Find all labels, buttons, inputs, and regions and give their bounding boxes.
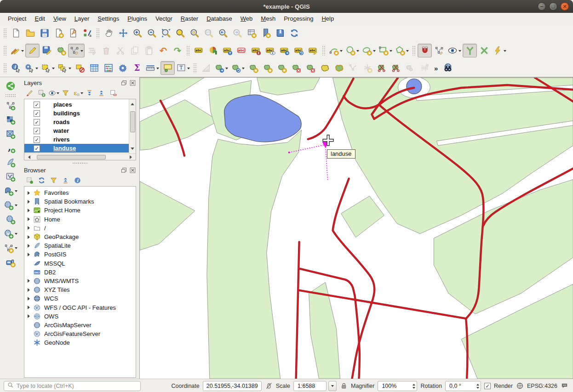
close-button[interactable]: ✕	[561, 2, 569, 11]
add-delimited-text-layer-button[interactable]: ,	[3, 141, 17, 155]
move-label-button[interactable]: abc	[277, 44, 292, 57]
open-attribute-table-button[interactable]	[87, 61, 101, 75]
add-wms-layer-button[interactable]	[2, 198, 19, 212]
browser-item-favorites[interactable]: Favorites	[24, 188, 136, 197]
crs-status[interactable]: EPSG:4326	[527, 383, 557, 389]
crs-globe-icon[interactable]	[516, 382, 524, 390]
filter-browser-button[interactable]	[48, 175, 59, 186]
close-panel-icon[interactable]	[129, 167, 136, 174]
rotate-label-button[interactable]: abc	[292, 44, 306, 57]
map-tips-button[interactable]	[160, 61, 175, 75]
digitize-circular-string-button[interactable]	[327, 44, 344, 57]
current-edits-button[interactable]	[9, 44, 25, 57]
manage-map-themes-button[interactable]	[48, 88, 59, 98]
snapping-options-button[interactable]	[432, 44, 446, 57]
layers-vertical-scrollbar[interactable]	[129, 99, 136, 153]
new-shapefile-layer-button[interactable]	[2, 241, 19, 255]
add-wcs-layer-button[interactable]	[3, 212, 17, 227]
digitize-circle-button[interactable]	[344, 44, 361, 57]
menu-edit[interactable]: Edit	[30, 13, 49, 24]
menu-database[interactable]: Database	[202, 13, 236, 24]
layer-visibility-checkbox[interactable]: ✓	[34, 119, 40, 125]
layer-visibility-checkbox[interactable]: ✓	[34, 145, 40, 152]
expand-arrow-icon[interactable]	[26, 244, 33, 248]
enable-snapping-button[interactable]	[418, 44, 432, 57]
browser-item-spatial-bookmarks[interactable]: Spatial Bookmarks	[24, 197, 136, 206]
zoom-out-button[interactable]	[144, 26, 159, 40]
browser-item-db2[interactable]: DB2DB2	[24, 268, 136, 277]
browser-properties-button[interactable]: i	[72, 175, 83, 186]
measure-line-button[interactable]	[144, 61, 160, 75]
fill-ring-button[interactable]	[317, 61, 332, 75]
browser-item-project-home[interactable]: Project Home	[24, 206, 136, 215]
processing-toolbox-button[interactable]	[115, 61, 130, 75]
show-hide-labels-button[interactable]: abc	[263, 44, 277, 57]
add-raster-layer-button[interactable]	[3, 113, 17, 127]
snap-on-intersection-button[interactable]	[477, 44, 491, 57]
zoom-to-layer-button[interactable]	[187, 26, 201, 40]
spin-arrows-icon[interactable]	[476, 382, 479, 390]
zoom-to-selection-button[interactable]	[173, 26, 187, 40]
toolbar-overflow-button[interactable]: »	[431, 64, 441, 72]
digitize-ellipse-button[interactable]	[361, 44, 377, 57]
expand-arrow-icon[interactable]	[26, 306, 33, 309]
browser-item-spatialite[interactable]: SpatiaLite	[24, 241, 136, 250]
layer-row-landuse[interactable]: ✓landuse	[24, 144, 129, 153]
add-wfs-layer-button[interactable]	[2, 227, 19, 241]
undo-button[interactable]: ↶	[156, 44, 170, 57]
show-statistics-button[interactable]: Σ	[130, 61, 144, 75]
metasearch-button[interactable]	[441, 61, 455, 75]
run-feature-action-button[interactable]	[23, 61, 40, 75]
browser-item-postgis[interactable]: PostGIS	[24, 250, 136, 259]
menu-help[interactable]: Help	[317, 13, 338, 24]
redo-button[interactable]: ↷	[170, 44, 184, 57]
expand-arrow-icon[interactable]	[26, 226, 33, 230]
map-canvas[interactable]: landuse	[139, 77, 573, 379]
rotation-spinbox[interactable]: 0,0 °	[445, 381, 481, 391]
refresh-map-button[interactable]	[287, 26, 301, 40]
add-postgis-layer-button[interactable]	[2, 184, 19, 198]
scale-dropdown-button[interactable]	[328, 381, 337, 391]
menu-view[interactable]: View	[49, 13, 70, 24]
pin-unpin-labels-button[interactable]: abc	[220, 44, 235, 57]
expand-arrow-icon[interactable]	[26, 191, 33, 195]
browser-item-arcgismapserver[interactable]: ArcGisMapServer	[24, 321, 136, 330]
browser-item-wfs-ogc-api-features[interactable]: WFS / OGC API - Features	[24, 303, 136, 312]
new-spatial-bookmark-button[interactable]	[258, 26, 273, 40]
magnifier-spinbox[interactable]: 100%	[378, 381, 417, 391]
browser-item-geopackage[interactable]: GeoPackage	[24, 233, 136, 241]
title-bar[interactable]: *example - QGIS − □ ✕	[0, 0, 573, 13]
expand-all-button[interactable]	[84, 88, 95, 98]
browser-item-mssql[interactable]: MSSQL	[24, 259, 136, 268]
filter-by-expression-button[interactable]: ε	[72, 88, 83, 98]
add-mesh-layer-button[interactable]	[3, 127, 17, 141]
delete-part-button[interactable]	[303, 61, 317, 75]
add-group-button[interactable]	[36, 88, 47, 98]
layer-row-rivers[interactable]: ✓rivers	[24, 135, 129, 144]
menu-vector[interactable]: Vector	[151, 13, 177, 24]
expand-arrow-icon[interactable]	[26, 209, 33, 212]
browser-item-geonode[interactable]: GeoNode	[24, 338, 136, 347]
expand-arrow-icon[interactable]	[26, 217, 33, 221]
dock-splitter[interactable]	[21, 161, 139, 165]
locate-search-input[interactable]: Type to locate (Ctrl+K)	[4, 381, 141, 391]
expand-arrow-icon[interactable]	[26, 314, 33, 318]
show-layout-manager-button[interactable]	[66, 26, 80, 40]
browser-item-home[interactable]: Home	[24, 215, 136, 224]
render-checkbox[interactable]: ✓	[484, 383, 491, 389]
layer-row-roads[interactable]: ✓roads	[24, 118, 129, 126]
save-layer-edits-button[interactable]	[40, 44, 54, 57]
close-panel-icon[interactable]	[129, 80, 136, 86]
browser-item-wms-wmts[interactable]: WMS/WMTS	[24, 277, 136, 285]
copy-move-feature-button[interactable]	[229, 61, 246, 75]
highlight-pinned-labels-button[interactable]: abc	[235, 44, 249, 57]
refresh-browser-button[interactable]	[36, 175, 47, 186]
move-feature-button[interactable]	[213, 61, 229, 75]
lock-scale-icon[interactable]	[340, 382, 348, 390]
spin-arrows-icon[interactable]	[413, 382, 415, 390]
pan-map-button[interactable]	[102, 26, 116, 40]
layer-diagram-options-button[interactable]	[206, 44, 220, 57]
log-messages-icon[interactable]	[561, 382, 568, 390]
collapse-all-button[interactable]	[96, 88, 107, 98]
coordinate-input[interactable]: 20.51955,-34.01389	[203, 381, 262, 391]
